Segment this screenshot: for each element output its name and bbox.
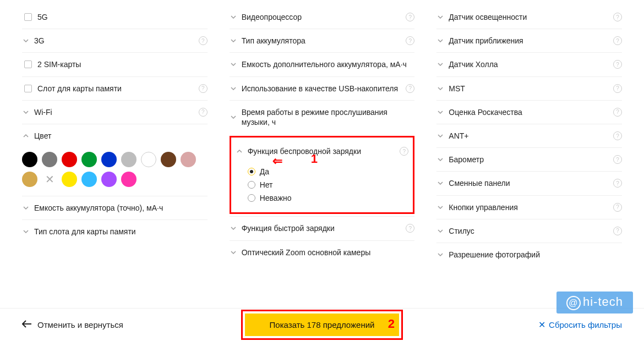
help-icon[interactable]: ?	[406, 84, 414, 93]
help-icon[interactable]: ?	[406, 13, 414, 21]
chevron-up-icon	[236, 147, 243, 155]
chevron-down-icon	[436, 132, 444, 140]
radio-option[interactable]: Нет	[248, 178, 409, 191]
show-results-button[interactable]: Показать 178 предложений	[245, 314, 399, 336]
help-icon[interactable]: ?	[613, 155, 622, 164]
chevron-down-icon	[436, 37, 444, 45]
filter-label: Датчик Холла	[449, 59, 613, 69]
chevron-down-icon	[230, 13, 237, 21]
color-swatch[interactable]	[81, 152, 97, 167]
color-swatch[interactable]	[81, 172, 97, 187]
help-icon[interactable]: ?	[199, 36, 208, 45]
filter-label: ANT+	[449, 131, 613, 141]
color-swatch[interactable]	[42, 152, 57, 167]
chevron-down-icon	[436, 204, 444, 211]
color-swatch[interactable]	[141, 152, 156, 167]
help-icon[interactable]: ?	[406, 36, 414, 45]
checkbox[interactable]	[24, 85, 32, 92]
filter-item[interactable]: Функция быстрой зарядки?	[230, 216, 415, 240]
radio-option[interactable]: Да	[248, 165, 409, 178]
color-swatch[interactable]	[121, 172, 137, 187]
filter-item[interactable]: Оптический Zoom основной камеры	[230, 240, 415, 264]
filter-label: Оценка Роскачества	[449, 107, 613, 117]
help-icon[interactable]: ?	[613, 203, 622, 212]
color-swatch[interactable]: ✕	[42, 172, 57, 187]
filter-item[interactable]: Тип слота для карты памяти	[22, 219, 208, 243]
help-icon[interactable]: ?	[613, 84, 622, 93]
filter-label: Цвет	[34, 131, 208, 141]
filter-item[interactable]: Датчик освещенности?	[436, 6, 622, 29]
filter-item[interactable]: Датчик приближения?	[436, 29, 622, 52]
cancel-back-link[interactable]: Отменить и вернуться	[22, 320, 123, 329]
chevron-down-icon	[230, 249, 237, 256]
help-icon[interactable]: ?	[199, 84, 208, 93]
color-swatch[interactable]	[62, 152, 77, 167]
color-swatch[interactable]	[181, 152, 196, 167]
checkbox[interactable]	[24, 61, 32, 68]
filter-label: Емкость аккумулятора (точно), мА·ч	[34, 203, 208, 213]
radio-icon	[248, 181, 255, 189]
close-icon: ✕	[538, 320, 545, 330]
filter-item[interactable]: Разрешение фотографий	[436, 243, 622, 266]
filter-item[interactable]: MST?	[436, 76, 622, 100]
chevron-down-icon	[436, 227, 444, 235]
chevron-down-icon	[436, 108, 444, 116]
help-icon[interactable]: ?	[613, 13, 622, 21]
radio-option[interactable]: Неважно	[248, 191, 409, 205]
filter-label: Сменные панели	[449, 178, 613, 188]
filter-color-header[interactable]: Цвет	[22, 124, 208, 147]
filter-item[interactable]: Оценка Роскачества?	[436, 100, 622, 124]
chevron-down-icon	[436, 156, 444, 163]
color-swatch[interactable]	[62, 172, 77, 187]
filter-item[interactable]: 5G	[22, 6, 208, 29]
chevron-down-icon	[22, 37, 30, 45]
filter-label: Время работы в режиме прослушивания музы…	[242, 107, 415, 127]
filter-label: Оптический Zoom основной камеры	[242, 248, 415, 257]
filter-wireless-charging[interactable]: Функция беспроводной зарядки ?	[236, 140, 409, 163]
help-icon[interactable]: ?	[199, 108, 208, 117]
filter-item[interactable]: Использование в качестве USB-накопителя?	[230, 76, 415, 100]
filter-item[interactable]: Wi-Fi?	[22, 100, 208, 124]
checkbox[interactable]	[24, 13, 32, 21]
filter-item[interactable]: Стилус?	[436, 219, 622, 243]
radio-icon	[248, 194, 255, 202]
filter-label: Кнопки управления	[449, 202, 613, 212]
filter-item[interactable]: Барометр?	[436, 147, 622, 171]
radio-label: Нет	[260, 180, 273, 189]
filter-item[interactable]: Кнопки управления?	[436, 195, 622, 219]
chevron-down-icon	[436, 85, 444, 92]
filter-item[interactable]: Время работы в режиме прослушивания музы…	[230, 100, 415, 134]
filter-item[interactable]: Слот для карты памяти?	[22, 76, 208, 100]
filter-item[interactable]: Датчик Холла?	[436, 52, 622, 76]
filter-item[interactable]: 2 SIM-карты	[22, 52, 208, 76]
filter-label: Разрешение фотографий	[449, 250, 622, 260]
filter-label: Функция беспроводной зарядки	[248, 146, 400, 156]
filter-item[interactable]: Емкость аккумулятора (точно), мА·ч	[22, 196, 208, 219]
chevron-down-icon	[22, 204, 30, 212]
filter-label: 3G	[34, 36, 199, 46]
help-icon[interactable]: ?	[613, 227, 622, 235]
filter-item[interactable]: 3G?	[22, 29, 208, 52]
filter-label: Тип аккумулятора	[242, 36, 406, 46]
filter-item[interactable]: Сменные панели?	[436, 171, 622, 195]
reset-filters-link[interactable]: ✕ Сбросить фильтры	[538, 320, 622, 330]
color-swatch[interactable]	[22, 152, 37, 167]
help-icon[interactable]: ?	[400, 147, 408, 156]
color-swatch[interactable]	[22, 172, 37, 187]
color-swatch[interactable]	[101, 152, 117, 167]
filter-label: Стилус	[449, 226, 613, 236]
color-swatch[interactable]	[101, 172, 117, 187]
help-icon[interactable]: ?	[613, 108, 622, 117]
color-swatch[interactable]	[161, 152, 176, 167]
help-icon[interactable]: ?	[613, 131, 622, 140]
filter-item[interactable]: Видеопроцессор?	[230, 6, 415, 29]
filter-item[interactable]: ANT+?	[436, 124, 622, 147]
filter-item[interactable]: Тип аккумулятора?	[230, 29, 415, 52]
help-icon[interactable]: ?	[613, 60, 622, 69]
help-icon[interactable]: ?	[406, 224, 414, 233]
help-icon[interactable]: ?	[613, 36, 622, 45]
help-icon[interactable]: ?	[613, 179, 622, 188]
filter-item[interactable]: Емкость дополнительного аккумулятора, мА…	[230, 52, 415, 76]
color-swatch[interactable]	[121, 152, 137, 167]
chevron-down-icon	[230, 37, 237, 45]
